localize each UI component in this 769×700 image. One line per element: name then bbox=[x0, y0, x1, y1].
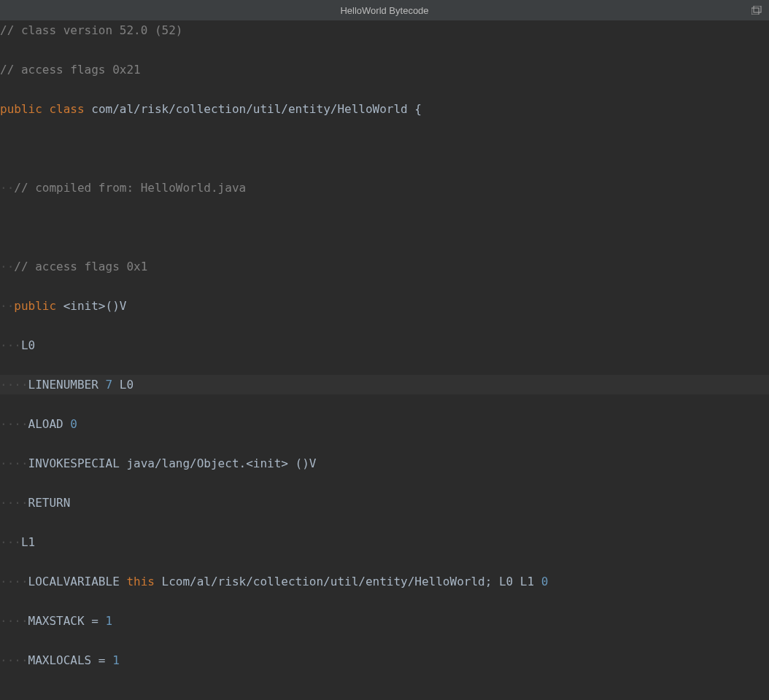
whitespace-marker: ·· bbox=[0, 260, 14, 273]
token-plain: LINENUMBER bbox=[28, 378, 106, 392]
token-num: 1 bbox=[112, 653, 120, 667]
code-line[interactable]: // class version 52.0 (52) bbox=[0, 20, 769, 40]
code-line[interactable]: ····LOCALVARIABLE this Lcom/al/risk/coll… bbox=[0, 572, 769, 591]
code-line[interactable] bbox=[0, 139, 769, 158]
code-line[interactable] bbox=[0, 690, 769, 700]
window-title: HelloWorld Bytecode bbox=[340, 5, 428, 16]
whitespace-marker: ···· bbox=[0, 378, 28, 392]
code-line[interactable]: ····MAXLOCALS = 1 bbox=[0, 650, 769, 670]
whitespace-marker: ···· bbox=[0, 575, 28, 588]
bytecode-editor[interactable]: // class version 52.0 (52) // access fla… bbox=[0, 20, 769, 700]
token-plain: MAXSTACK = bbox=[28, 614, 106, 628]
token-num: 0 bbox=[541, 575, 549, 588]
token-plain: L1 bbox=[21, 535, 35, 549]
code-line[interactable]: public class com/al/risk/collection/util… bbox=[0, 99, 769, 119]
token-plain: L0 bbox=[112, 378, 134, 392]
code-line[interactable]: // access flags 0x21 bbox=[0, 60, 769, 79]
whitespace-marker: ·· bbox=[0, 181, 14, 195]
code-line[interactable]: ··public <init>()V bbox=[0, 296, 769, 316]
whitespace-marker: ··· bbox=[0, 535, 21, 549]
code-line[interactable] bbox=[0, 217, 769, 237]
code-line[interactable]: ····INVOKESPECIAL java/lang/Object.<init… bbox=[0, 454, 769, 473]
token-comment: // access flags 0x1 bbox=[14, 260, 147, 273]
code-line[interactable]: ····ALOAD 0 bbox=[0, 414, 769, 434]
token-brace: { bbox=[414, 102, 422, 116]
code-line[interactable]: ··// compiled from: HelloWorld.java bbox=[0, 178, 769, 198]
whitespace-marker: ···· bbox=[0, 653, 28, 667]
whitespace-marker: ···· bbox=[0, 456, 28, 470]
whitespace-marker: ·· bbox=[0, 299, 14, 313]
whitespace-marker: ···· bbox=[0, 614, 28, 628]
code-line[interactable]: ··// access flags 0x1 bbox=[0, 257, 769, 276]
token-kw: public bbox=[14, 299, 56, 313]
whitespace-marker: ···· bbox=[0, 496, 28, 510]
token-num: 0 bbox=[70, 417, 77, 431]
token-plain: com/al/risk/collection/util/entity/Hello… bbox=[85, 102, 415, 116]
code-line[interactable]: ····LINENUMBER 7 L0 bbox=[0, 375, 769, 394]
token-plain bbox=[42, 102, 50, 116]
svg-rect-1 bbox=[754, 6, 761, 12]
token-kw: this bbox=[126, 575, 155, 588]
whitespace-marker: ···· bbox=[0, 417, 28, 431]
token-comment: // class version 52.0 (52) bbox=[0, 23, 182, 37]
token-plain: RETURN bbox=[28, 496, 71, 510]
code-line[interactable]: ····MAXSTACK = 1 bbox=[0, 611, 769, 631]
title-bar: HelloWorld Bytecode bbox=[0, 0, 769, 20]
token-kw: class bbox=[49, 102, 84, 116]
token-plain: MAXLOCALS = bbox=[28, 653, 113, 667]
code-line[interactable]: ····RETURN bbox=[0, 493, 769, 513]
restore-window-icon[interactable] bbox=[751, 6, 762, 15]
token-plain: L0 bbox=[21, 338, 35, 352]
token-plain: <init>()V bbox=[56, 299, 126, 313]
code-line[interactable]: ···L1 bbox=[0, 532, 769, 552]
token-plain: ALOAD bbox=[28, 417, 71, 431]
svg-rect-0 bbox=[751, 8, 759, 15]
token-comment: // access flags 0x21 bbox=[0, 63, 141, 77]
token-kw: public bbox=[0, 102, 42, 116]
code-block[interactable]: // class version 52.0 (52) // access fla… bbox=[0, 20, 769, 700]
token-plain: LOCALVARIABLE bbox=[28, 575, 127, 588]
whitespace-marker: ··· bbox=[0, 338, 21, 352]
token-comment: // compiled from: HelloWorld.java bbox=[14, 181, 246, 195]
token-num: 7 bbox=[106, 378, 113, 392]
token-num: 1 bbox=[106, 614, 113, 628]
token-plain: INVOKESPECIAL java/lang/Object.<init> ()… bbox=[28, 456, 317, 470]
code-line[interactable]: ···L0 bbox=[0, 335, 769, 355]
token-plain: Lcom/al/risk/collection/util/entity/Hell… bbox=[155, 575, 541, 588]
